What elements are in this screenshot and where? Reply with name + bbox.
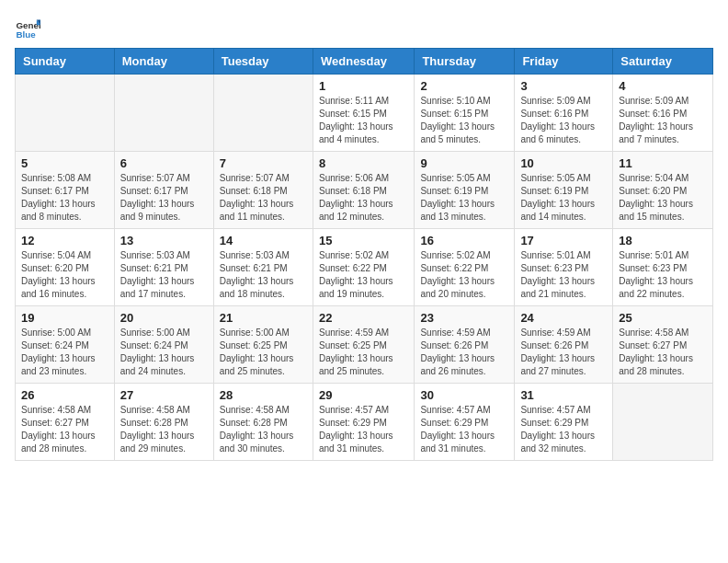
day-number: 2 (420, 79, 508, 93)
day-header-saturday: Saturday (613, 49, 713, 75)
calendar-cell: 21Sunrise: 5:00 AM Sunset: 6:25 PM Dayli… (213, 306, 313, 384)
day-info: Sunrise: 5:00 AM Sunset: 6:24 PM Dayligh… (120, 327, 208, 378)
calendar: SundayMondayTuesdayWednesdayThursdayFrid… (15, 48, 713, 461)
day-info: Sunrise: 4:57 AM Sunset: 6:29 PM Dayligh… (520, 404, 607, 455)
day-info: Sunrise: 5:01 AM Sunset: 6:23 PM Dayligh… (520, 249, 607, 301)
day-number: 28 (220, 388, 307, 402)
day-header-friday: Friday (515, 49, 613, 75)
calendar-cell: 10Sunrise: 5:05 AM Sunset: 6:19 PM Dayli… (515, 152, 613, 229)
day-number: 17 (520, 234, 607, 247)
calendar-cell: 23Sunrise: 4:59 AM Sunset: 6:26 PM Dayli… (415, 306, 515, 384)
week-row-2: 12Sunrise: 5:04 AM Sunset: 6:20 PM Dayli… (16, 229, 713, 306)
day-info: Sunrise: 5:08 AM Sunset: 6:17 PM Dayligh… (21, 172, 108, 224)
calendar-cell: 6Sunrise: 5:07 AM Sunset: 6:17 PM Daylig… (114, 152, 213, 229)
day-number: 6 (120, 156, 208, 170)
calendar-cell (213, 75, 313, 152)
day-number: 25 (619, 311, 707, 325)
calendar-cell: 31Sunrise: 4:57 AM Sunset: 6:29 PM Dayli… (515, 384, 613, 461)
calendar-cell: 12Sunrise: 5:04 AM Sunset: 6:20 PM Dayli… (16, 229, 115, 306)
calendar-cell: 5Sunrise: 5:08 AM Sunset: 6:17 PM Daylig… (16, 152, 115, 229)
calendar-cell: 4Sunrise: 5:09 AM Sunset: 6:16 PM Daylig… (613, 75, 713, 152)
day-number: 10 (520, 156, 607, 170)
day-info: Sunrise: 4:59 AM Sunset: 6:25 PM Dayligh… (319, 327, 408, 378)
calendar-cell: 18Sunrise: 5:01 AM Sunset: 6:23 PM Dayli… (613, 229, 713, 306)
week-row-1: 5Sunrise: 5:08 AM Sunset: 6:17 PM Daylig… (16, 152, 713, 229)
calendar-cell: 19Sunrise: 5:00 AM Sunset: 6:24 PM Dayli… (16, 306, 115, 384)
day-number: 24 (520, 311, 607, 325)
day-number: 19 (21, 311, 108, 325)
day-number: 12 (21, 234, 108, 247)
day-info: Sunrise: 5:02 AM Sunset: 6:22 PM Dayligh… (420, 249, 508, 301)
day-info: Sunrise: 4:59 AM Sunset: 6:26 PM Dayligh… (420, 327, 508, 378)
week-row-3: 19Sunrise: 5:00 AM Sunset: 6:24 PM Dayli… (16, 306, 713, 384)
calendar-cell: 26Sunrise: 4:58 AM Sunset: 6:27 PM Dayli… (16, 384, 115, 461)
calendar-cell: 30Sunrise: 4:57 AM Sunset: 6:29 PM Dayli… (415, 384, 515, 461)
day-number: 7 (220, 156, 307, 170)
day-info: Sunrise: 5:05 AM Sunset: 6:19 PM Dayligh… (520, 172, 607, 224)
calendar-cell: 7Sunrise: 5:07 AM Sunset: 6:18 PM Daylig… (213, 152, 313, 229)
calendar-cell: 20Sunrise: 5:00 AM Sunset: 6:24 PM Dayli… (114, 306, 213, 384)
day-header-monday: Monday (114, 49, 213, 75)
day-info: Sunrise: 5:03 AM Sunset: 6:21 PM Dayligh… (220, 249, 307, 301)
day-number: 31 (520, 388, 607, 402)
day-number: 30 (420, 388, 508, 402)
day-info: Sunrise: 5:09 AM Sunset: 6:16 PM Dayligh… (619, 95, 707, 146)
calendar-cell: 9Sunrise: 5:05 AM Sunset: 6:19 PM Daylig… (415, 152, 515, 229)
svg-text:Blue: Blue (16, 29, 36, 40)
calendar-cell: 3Sunrise: 5:09 AM Sunset: 6:16 PM Daylig… (515, 75, 613, 152)
calendar-cell: 13Sunrise: 5:03 AM Sunset: 6:21 PM Dayli… (114, 229, 213, 306)
page-header: General Blue (15, 15, 713, 40)
calendar-cell: 17Sunrise: 5:01 AM Sunset: 6:23 PM Dayli… (515, 229, 613, 306)
day-number: 9 (420, 156, 508, 170)
day-number: 26 (21, 388, 108, 402)
day-header-thursday: Thursday (415, 49, 515, 75)
day-info: Sunrise: 5:02 AM Sunset: 6:22 PM Dayligh… (319, 249, 408, 301)
day-number: 18 (619, 234, 707, 247)
calendar-cell: 16Sunrise: 5:02 AM Sunset: 6:22 PM Dayli… (415, 229, 515, 306)
day-info: Sunrise: 4:58 AM Sunset: 6:28 PM Dayligh… (220, 404, 307, 455)
calendar-cell: 8Sunrise: 5:06 AM Sunset: 6:18 PM Daylig… (313, 152, 414, 229)
day-info: Sunrise: 5:04 AM Sunset: 6:20 PM Dayligh… (619, 172, 707, 224)
calendar-cell: 2Sunrise: 5:10 AM Sunset: 6:15 PM Daylig… (415, 75, 515, 152)
week-row-4: 26Sunrise: 4:58 AM Sunset: 6:27 PM Dayli… (16, 384, 713, 461)
calendar-cell: 11Sunrise: 5:04 AM Sunset: 6:20 PM Dayli… (613, 152, 713, 229)
calendar-cell (114, 75, 213, 152)
day-info: Sunrise: 5:01 AM Sunset: 6:23 PM Dayligh… (619, 249, 707, 301)
day-number: 5 (21, 156, 108, 170)
day-number: 3 (520, 79, 607, 93)
week-row-0: 1Sunrise: 5:11 AM Sunset: 6:15 PM Daylig… (16, 75, 713, 152)
day-number: 1 (319, 79, 408, 93)
day-info: Sunrise: 4:59 AM Sunset: 6:26 PM Dayligh… (520, 327, 607, 378)
calendar-cell: 28Sunrise: 4:58 AM Sunset: 6:28 PM Dayli… (213, 384, 313, 461)
day-number: 4 (619, 79, 707, 93)
day-info: Sunrise: 5:07 AM Sunset: 6:17 PM Dayligh… (120, 172, 208, 224)
calendar-body: 1Sunrise: 5:11 AM Sunset: 6:15 PM Daylig… (16, 75, 713, 461)
calendar-cell: 1Sunrise: 5:11 AM Sunset: 6:15 PM Daylig… (313, 75, 414, 152)
day-info: Sunrise: 5:00 AM Sunset: 6:24 PM Dayligh… (21, 327, 108, 378)
day-info: Sunrise: 5:06 AM Sunset: 6:18 PM Dayligh… (319, 172, 408, 224)
day-number: 22 (319, 311, 408, 325)
day-header-sunday: Sunday (16, 49, 115, 75)
calendar-cell: 14Sunrise: 5:03 AM Sunset: 6:21 PM Dayli… (213, 229, 313, 306)
day-header-tuesday: Tuesday (213, 49, 313, 75)
day-info: Sunrise: 4:57 AM Sunset: 6:29 PM Dayligh… (420, 404, 508, 455)
day-number: 29 (319, 388, 408, 402)
calendar-cell: 24Sunrise: 4:59 AM Sunset: 6:26 PM Dayli… (515, 306, 613, 384)
day-info: Sunrise: 5:07 AM Sunset: 6:18 PM Dayligh… (220, 172, 307, 224)
calendar-cell (613, 384, 713, 461)
day-info: Sunrise: 5:03 AM Sunset: 6:21 PM Dayligh… (120, 249, 208, 301)
calendar-header: SundayMondayTuesdayWednesdayThursdayFrid… (16, 49, 713, 75)
day-number: 16 (420, 234, 508, 247)
day-number: 15 (319, 234, 408, 247)
calendar-cell: 29Sunrise: 4:57 AM Sunset: 6:29 PM Dayli… (313, 384, 414, 461)
calendar-cell (16, 75, 115, 152)
calendar-cell: 15Sunrise: 5:02 AM Sunset: 6:22 PM Dayli… (313, 229, 414, 306)
day-number: 23 (420, 311, 508, 325)
day-number: 14 (220, 234, 307, 247)
day-number: 8 (319, 156, 408, 170)
day-info: Sunrise: 4:57 AM Sunset: 6:29 PM Dayligh… (319, 404, 408, 455)
day-info: Sunrise: 4:58 AM Sunset: 6:27 PM Dayligh… (619, 327, 707, 378)
day-number: 20 (120, 311, 208, 325)
day-info: Sunrise: 5:09 AM Sunset: 6:16 PM Dayligh… (520, 95, 607, 146)
day-info: Sunrise: 5:05 AM Sunset: 6:19 PM Dayligh… (420, 172, 508, 224)
